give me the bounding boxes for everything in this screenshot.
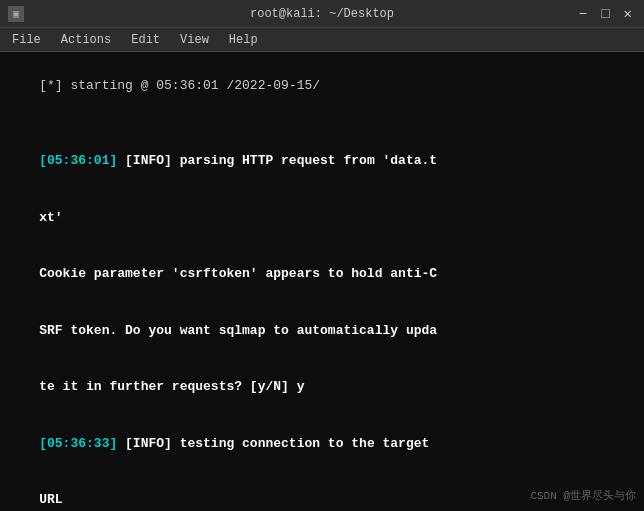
menu-view[interactable]: View [174, 31, 215, 49]
maximize-button[interactable]: □ [597, 6, 613, 22]
menu-edit[interactable]: Edit [125, 31, 166, 49]
window-icon: ▣ [8, 6, 24, 22]
title-bar-left: ▣ [8, 6, 24, 22]
watermark: CSDN @世界尽头与你 [530, 488, 636, 503]
menu-help[interactable]: Help [223, 31, 264, 49]
line-cookie2: SRF token. Do you want sqlmap to automat… [8, 303, 636, 360]
menu-file[interactable]: File [6, 31, 47, 49]
line-cookie3: te it in further requests? [y/N] y [8, 360, 636, 417]
close-button[interactable]: ✕ [620, 5, 636, 22]
line-blank1 [8, 115, 636, 134]
title-bar: ▣ root@kali: ~/Desktop − □ ✕ [0, 0, 644, 28]
menu-bar: File Actions Edit View Help [0, 28, 644, 52]
line-start: [*] starting @ 05:36:01 /2022-09-15/ [8, 58, 636, 115]
menu-actions[interactable]: Actions [55, 31, 117, 49]
line-info1b: xt' [8, 190, 636, 247]
line-info2a: [05:36:33] [INFO] testing connection to … [8, 416, 636, 473]
window-title: root@kali: ~/Desktop [250, 7, 394, 21]
terminal-output: [*] starting @ 05:36:01 /2022-09-15/ [05… [0, 52, 644, 511]
line-info1a: [05:36:01] [INFO] parsing HTTP request f… [8, 133, 636, 190]
line-cookie1: Cookie parameter 'csrftoken' appears to … [8, 246, 636, 303]
minimize-button[interactable]: − [575, 6, 591, 22]
title-bar-controls[interactable]: − □ ✕ [575, 5, 636, 22]
